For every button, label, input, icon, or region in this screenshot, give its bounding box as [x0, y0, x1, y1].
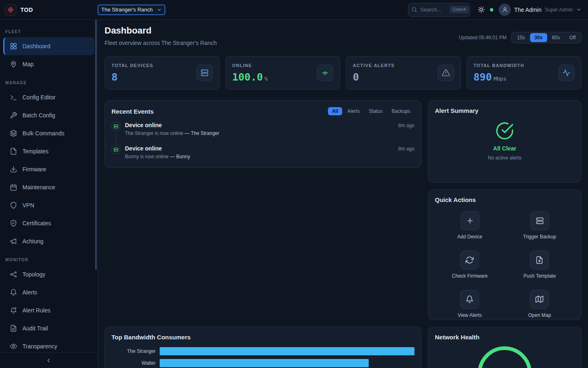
filter-status[interactable]: Status — [365, 107, 387, 115]
sidebar-item-config-editor[interactable]: Config Editor — [0, 88, 98, 106]
sidebar-item-label: Achtung — [22, 238, 43, 245]
alert-status-subtext: No active alerts — [488, 155, 522, 161]
sidebar-item-label: Config Editor — [22, 94, 56, 101]
network-health-panel: Network Health — [428, 327, 581, 368]
map-icon — [530, 290, 549, 309]
event-description: Bunny is now online — [125, 154, 169, 159]
sidebar-item-label: Alert Rules — [22, 307, 50, 314]
stat-unit: % — [265, 76, 268, 82]
panel-title: Network Health — [435, 334, 575, 341]
user-role: Super Admin — [545, 7, 573, 13]
panel-title: Recent Events — [111, 108, 154, 115]
refresh-option-15s[interactable]: 15s — [512, 33, 529, 42]
sidebar-item-label: VPN — [22, 202, 34, 209]
file-icon — [10, 148, 17, 155]
sidebar-item-label: Transparency — [22, 343, 57, 350]
bandwidth-row: The Stranger — [111, 347, 414, 355]
sidebar-item-label: Audit Trail — [22, 325, 48, 332]
quick-action-label: Trigger Backup — [523, 234, 556, 240]
sidebar-item-firmware[interactable]: Firmware — [0, 160, 98, 178]
layers-icon — [10, 130, 17, 137]
event-device: — The Stranger — [185, 130, 219, 136]
sidebar-item-vpn[interactable]: VPN — [0, 196, 98, 214]
event-time: 8m ago — [398, 123, 414, 128]
sidebar-item-label: Maintenance — [22, 184, 55, 191]
nav-section-fleet: FLEET Dashboard Map — [0, 29, 98, 73]
nav-section-monitor: MONITOR Topology Alerts Alert Rules — [0, 258, 98, 355]
calendar-icon — [10, 184, 17, 191]
updated-timestamp: Updated 05:46:01 PM — [459, 35, 507, 40]
sidebar-item-dashboard[interactable]: Dashboard — [3, 37, 94, 55]
quick-action-add-device[interactable]: Add Device — [457, 211, 482, 240]
sidebar-item-maintenance[interactable]: Maintenance — [0, 178, 98, 196]
network-health-gauge — [478, 346, 532, 368]
panel-title: Top Bandwidth Consumers — [111, 334, 414, 341]
sidebar-item-topology[interactable]: Topology — [0, 265, 98, 283]
sidebar-scrollbar[interactable] — [95, 20, 97, 270]
check-circle-icon — [495, 121, 514, 140]
sidebar-item-certificates[interactable]: Certificates — [0, 214, 98, 232]
bandwidth-row: Walter — [111, 359, 414, 367]
sidebar-collapse-button[interactable] — [0, 352, 98, 368]
refresh-option-off[interactable]: Off — [565, 33, 580, 42]
sidebar-item-label: Certificates — [22, 220, 51, 227]
warning-triangle-icon — [438, 65, 454, 81]
bell-icon — [10, 289, 17, 296]
chevron-down-icon — [157, 7, 162, 12]
alert-summary-panel: Alert Summary All Clear No active alerts — [428, 100, 581, 183]
event-description: The Stranger is now online — [125, 130, 183, 136]
refresh-option-30s[interactable]: 30s — [530, 33, 547, 42]
wrench-icon — [10, 112, 17, 119]
refresh-icon — [460, 251, 479, 269]
stat-card-active-alerts: ACTIVE ALERTS 0 — [346, 56, 461, 90]
stat-label: ACTIVE ALERTS — [353, 63, 395, 68]
sidebar-item-achtung[interactable]: Achtung — [0, 232, 98, 250]
ranch-selector-value: The Stranger's Ranch — [101, 7, 153, 13]
user-menu[interactable]: The Admin Super Admin — [499, 4, 581, 16]
recent-events-panel: Recent Events All Alerts Status Backups — [105, 100, 421, 168]
sidebar-item-alerts[interactable]: Alerts — [0, 283, 98, 301]
theme-toggle-sun-icon[interactable] — [478, 6, 485, 13]
quick-action-label: View Alerts — [458, 312, 482, 318]
section-label: MANAGE — [0, 81, 98, 85]
quick-action-push-template[interactable]: Push Template — [523, 251, 556, 279]
quick-action-open-map[interactable]: Open Map — [528, 290, 551, 318]
quick-action-trigger-backup[interactable]: Trigger Backup — [523, 211, 556, 240]
filter-backups[interactable]: Backups — [388, 107, 414, 115]
search-box[interactable]: Cmd+K — [408, 3, 470, 17]
quick-action-check-firmware[interactable]: Check Firmware — [452, 251, 488, 279]
quick-action-view-alerts[interactable]: View Alerts — [458, 290, 482, 318]
stat-value: 0 — [353, 71, 395, 83]
event-title: Device online — [125, 145, 162, 152]
event-row: Device online 8m ago The Stranger is now… — [111, 122, 414, 145]
sidebar-item-audit-trail[interactable]: Audit Trail — [0, 319, 98, 337]
bandwidth-chart: The Stranger Walter — [111, 347, 414, 367]
server-icon — [530, 211, 549, 230]
avatar — [499, 4, 511, 16]
search-input[interactable] — [420, 7, 447, 13]
refresh-option-60s[interactable]: 60s — [548, 33, 564, 42]
ranch-selector[interactable]: The Stranger's Ranch — [98, 5, 165, 15]
sidebar-item-label: Firmware — [22, 166, 46, 173]
stat-card-online: ONLINE 100.0% — [225, 56, 341, 90]
dashboard-grid-icon — [10, 43, 17, 50]
page-title: Dashboard — [105, 25, 217, 36]
filter-all[interactable]: All — [328, 107, 342, 115]
bandwidth-panel: Top Bandwidth Consumers The Stranger Wal… — [105, 327, 421, 368]
event-row: Device online 8m ago Bunny is now online… — [111, 145, 414, 161]
stat-value: 8 — [111, 71, 153, 83]
server-icon — [111, 122, 120, 130]
sidebar-item-alert-rules[interactable]: Alert Rules — [0, 301, 98, 319]
sidebar-item-map[interactable]: Map — [0, 55, 98, 73]
map-pin-icon — [10, 61, 17, 68]
sidebar-item-templates[interactable]: Templates — [0, 142, 98, 160]
bandwidth-bar — [160, 347, 414, 355]
sidebar-item-label: Batch Config — [22, 112, 55, 119]
megaphone-icon — [10, 238, 17, 245]
event-filters: All Alerts Status Backups — [328, 107, 414, 115]
terminal-icon — [10, 94, 17, 101]
refresh-interval-control: 15s 30s 60s Off — [511, 32, 581, 43]
filter-alerts[interactable]: Alerts — [343, 107, 364, 115]
sidebar-item-batch-config[interactable]: Batch Config — [0, 106, 98, 124]
sidebar-item-bulk-commands[interactable]: Bulk Commands — [0, 124, 98, 142]
